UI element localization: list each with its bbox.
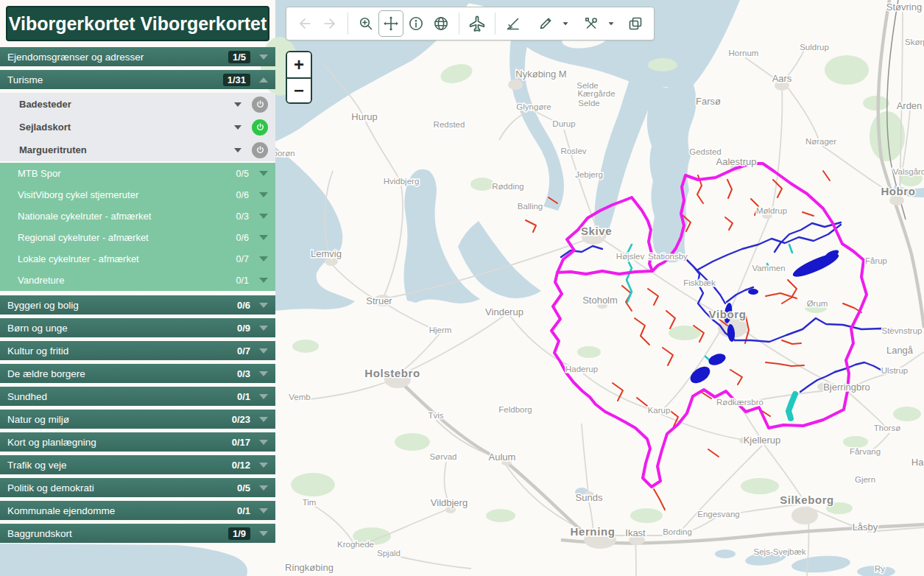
group-count: 0/3	[236, 211, 249, 222]
sidebar-category-kommunale-ejendomme[interactable]: Kommunale ejendomme0/1	[0, 501, 275, 520]
sidebar-group-regional-cykelruter-afm-rket[interactable]: Regional cykelruter - afmærket0/6	[0, 227, 275, 248]
zoom-in-icon[interactable]	[353, 10, 378, 37]
category-label: De ældre borgere	[7, 368, 237, 379]
zoom-controls: + −	[286, 51, 312, 104]
map-town-label: Suldrup	[800, 43, 829, 52]
group-label: Nationale cykelruter - afmærket	[7, 211, 236, 222]
map-town-label: Farsø	[696, 96, 721, 107]
sidebar-category-politik-og-demokrati[interactable]: Politik og demokrati0/5	[0, 478, 275, 497]
map-town-label: Vildbjerg	[431, 497, 468, 508]
layer-label: Margueritruten	[7, 144, 234, 155]
layer-count-badge: 0/1	[237, 391, 250, 402]
chevron-up-icon	[259, 77, 268, 82]
map-town-label: Stevnstrup	[882, 326, 923, 335]
map-town-label: Låsby	[853, 521, 878, 533]
chevron-down-icon	[259, 394, 268, 399]
sidebar-group-vandreture[interactable]: Vandreture0/1	[0, 270, 275, 291]
chevron-down-icon	[234, 125, 241, 130]
sidebar-group-lokale-cykelruter-afm-rket[interactable]: Lokale cykelruter - afmærket0/7	[0, 248, 275, 270]
zoom-out-button[interactable]: −	[287, 77, 311, 102]
map-town-label: Thorsø	[874, 424, 900, 432]
map-town-label: Glyngøre	[516, 102, 551, 111]
layer-power-toggle[interactable]	[252, 119, 268, 136]
map-town-label: Haderup	[565, 365, 598, 373]
layer-power-toggle[interactable]	[252, 96, 268, 113]
sidebar-layer-sejladskort[interactable]: Sejladskort	[0, 116, 275, 138]
map-town-label: Ikast	[625, 527, 646, 538]
map-town-label: Stationsby	[648, 252, 688, 261]
sidebar-category-de-ldre-borgere[interactable]: De ældre borgere0/3	[0, 364, 275, 383]
map-town-label: Gedsted	[689, 147, 721, 156]
sidebar-category-b-rn-og-unge[interactable]: Børn og unge0/9	[0, 318, 275, 337]
zoom-in-button[interactable]: +	[287, 52, 311, 77]
sidebar-category-byggeri-og-bolig[interactable]: Byggeri og bolig0/6	[0, 295, 275, 315]
chevron-down-icon	[259, 371, 268, 376]
map-town-label: Hammel	[911, 457, 924, 468]
map-town-label: Fårvang	[850, 447, 881, 456]
map-town-label: Selde	[578, 99, 599, 108]
app-window: Nykøbing MSeldeKærgårdeSeldeGlyngøreHuru…	[0, 0, 924, 576]
group-count: 0/7	[236, 254, 249, 264]
sidebar-category-kort-og-planl-gning[interactable]: Kort og planlægning0/17	[0, 432, 275, 452]
sidebar-category-turisme[interactable]: Turisme1/31	[0, 70, 275, 89]
draw-line-icon[interactable]	[533, 10, 558, 37]
chevron-down-icon	[259, 214, 268, 219]
chevron-down-icon	[259, 348, 268, 354]
layer-power-toggle[interactable]	[252, 142, 268, 158]
airplane-icon[interactable]	[465, 10, 490, 37]
category-label: Kort og planlægning	[7, 437, 232, 448]
category-label: Trafik og veje	[7, 460, 232, 471]
forward-arrow-icon[interactable]	[317, 10, 342, 37]
sidebar-category-ejendomsgr-nser-og-adresser[interactable]: Ejendomsgrænser og adresser1/5	[0, 47, 275, 66]
chevron-down-icon[interactable]	[604, 10, 618, 37]
map-town-label: Arden	[897, 100, 923, 111]
sidebar-category-kultur-og-fritid[interactable]: Kultur og fritid0/7	[0, 341, 275, 360]
info-icon[interactable]	[403, 10, 429, 37]
map-town-label: Tvis	[428, 411, 443, 420]
layer-count-badge: 0/12	[232, 460, 250, 471]
map-town-label: Hurup	[351, 111, 377, 122]
layer-count-badge: 0/5	[237, 482, 250, 494]
sidebar-category-natur-og-milj[interactable]: Natur og miljø0/23	[0, 410, 275, 429]
tools-icon[interactable]	[579, 10, 604, 37]
sidebar-group-nationale-cykelruter-afm-rket[interactable]: Nationale cykelruter - afmærket0/3	[0, 206, 275, 227]
measure-angle-icon[interactable]	[501, 10, 526, 37]
map-town-label: Sørvad	[429, 452, 456, 461]
sidebar-group-mtb-spor[interactable]: MTB Spor0/5	[0, 163, 275, 184]
map-town-label: Feldborg	[498, 405, 532, 414]
map-town-label: Spjald	[377, 549, 401, 558]
print-icon[interactable]	[623, 10, 648, 37]
pan-icon[interactable]	[378, 10, 403, 37]
group-label: MTB Spor	[7, 168, 236, 179]
sidebar-category-trafik-og-veje[interactable]: Trafik og veje0/12	[0, 455, 275, 474]
group-count: 0/6	[236, 190, 249, 200]
sidebar-group-visitviborg-cykel-stjerneruter[interactable]: VisitViborg cykel stjerneruter0/6	[0, 184, 275, 206]
chevron-down-icon	[259, 278, 268, 283]
chevron-down-icon	[259, 55, 268, 60]
category-label: Baggrundskort	[7, 528, 228, 539]
map-town-label: Kroghede	[337, 540, 374, 549]
map-town-label: Bjerringbro	[823, 382, 870, 393]
category-label: Kultur og fritid	[7, 345, 237, 357]
map-town-label: Ulstrup	[881, 366, 908, 375]
globe-icon[interactable]	[429, 10, 454, 37]
map-town-label: Bording	[663, 527, 692, 536]
map-town-label: Tim	[303, 498, 317, 507]
group-label: Vandreture	[7, 275, 236, 286]
map-town-label: Hornum	[729, 49, 759, 57]
chevron-down-icon[interactable]	[558, 10, 573, 37]
map-town-label: Sejs-Svejbæk	[754, 547, 806, 556]
back-arrow-icon[interactable]	[292, 10, 317, 37]
map-town-label: Møldrup	[756, 206, 787, 215]
chevron-down-icon	[259, 440, 268, 445]
map-town-label: Gjern	[855, 475, 875, 484]
chevron-down-icon	[234, 102, 241, 107]
layer-count-badge: 0/1	[237, 505, 250, 516]
sidebar-layer-margueritruten[interactable]: Margueritruten	[0, 138, 275, 161]
sidebar-layer-badesteder[interactable]: Badesteder	[0, 93, 275, 116]
sidebar-category-baggrundskort[interactable]: Baggrundskort1/9	[0, 524, 275, 543]
group-label: VisitViborg cykel stjerneruter	[7, 189, 236, 200]
map-town-label: Skive	[581, 225, 612, 237]
map-town-label: Hobro	[881, 185, 915, 197]
sidebar-category-sundhed[interactable]: Sundhed0/1	[0, 387, 275, 406]
